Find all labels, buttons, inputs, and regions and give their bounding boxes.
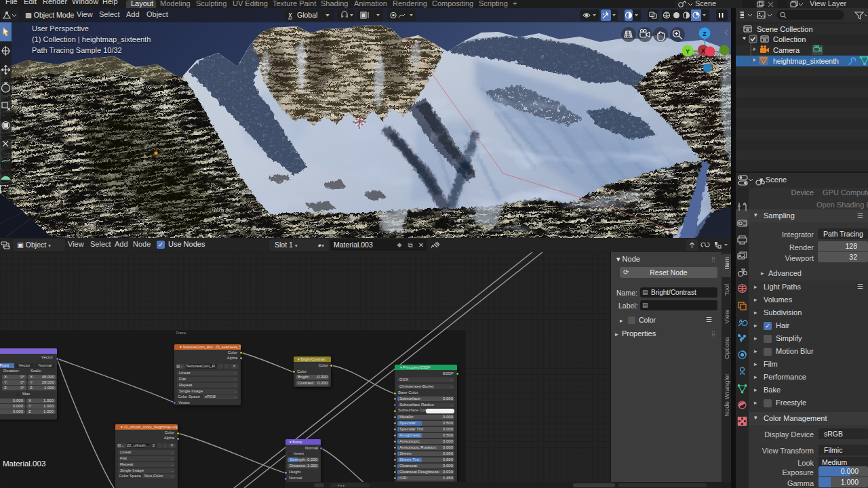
svg-text:Camera: Camera <box>773 46 800 54</box>
svg-text:Collection: Collection <box>773 35 806 43</box>
svg-text:Scene Collection: Scene Collection <box>757 25 813 33</box>
svg-text:X: X <box>701 47 705 54</box>
svg-text:Z: Z <box>703 30 707 37</box>
svg-text:heightmap_sixteenth: heightmap_sixteenth <box>773 57 839 65</box>
svg-text:Y: Y <box>686 48 690 55</box>
svg-text:Global: Global <box>297 11 317 19</box>
